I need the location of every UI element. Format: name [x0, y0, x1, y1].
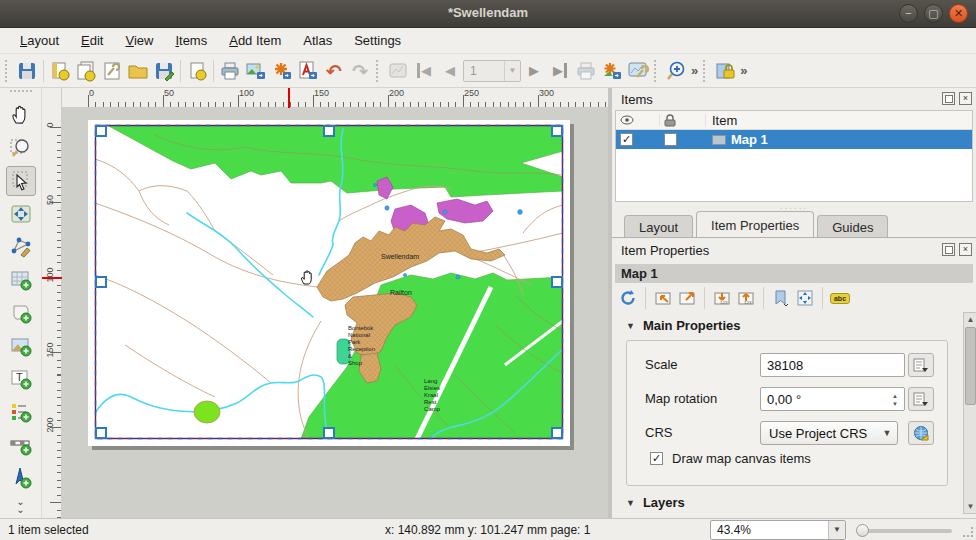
toolbar-grip[interactable] — [5, 60, 11, 82]
menu-atlas[interactable]: Atlas — [293, 30, 342, 51]
selection-handle-top-right[interactable] — [551, 125, 563, 137]
layers-header[interactable]: ▼ Layers — [626, 495, 685, 510]
set-map-extent-button[interactable] — [653, 288, 673, 308]
minimize-button[interactable]: − — [899, 4, 918, 23]
add-scalebar-button[interactable] — [6, 430, 36, 460]
scroll-up-icon[interactable]: ▲ — [964, 313, 976, 326]
atlas-next-button[interactable]: ▶ — [521, 58, 547, 84]
export-svg-button[interactable] — [269, 58, 295, 84]
new-layout-button[interactable] — [47, 58, 73, 84]
menu-edit[interactable]: Edit — [71, 30, 113, 51]
print-atlas-button[interactable] — [573, 58, 599, 84]
zoom-slider[interactable] — [858, 529, 952, 533]
move-content-tool-button[interactable] — [6, 199, 36, 229]
refresh-button[interactable] — [618, 288, 638, 308]
rotation-spinbox[interactable]: 0,00 ° ▲▼ — [760, 387, 905, 411]
add-3d-map-button[interactable] — [6, 298, 36, 328]
maximize-button[interactable]: ▢ — [924, 4, 943, 23]
menu-layout[interactable]: Layout — [10, 30, 69, 51]
rotation-data-defined-button[interactable] — [908, 387, 934, 411]
lock-toolbar-overflow[interactable]: » — [738, 63, 749, 78]
zoom-in-button[interactable] — [663, 58, 689, 84]
scrollbar-thumb[interactable] — [965, 327, 976, 405]
add-map-button[interactable] — [6, 265, 36, 295]
close-button[interactable]: ✕ — [949, 4, 968, 23]
resize-grip[interactable] — [963, 527, 973, 537]
print-button[interactable] — [217, 58, 243, 84]
open-layout-button[interactable] — [125, 58, 151, 84]
tab-item-properties[interactable]: Item Properties — [696, 211, 814, 237]
selection-handle-middle-right[interactable] — [551, 276, 563, 288]
atlas-first-button[interactable]: ◀ — [411, 58, 437, 84]
atlas-feature-combobox[interactable]: 1 ▼ — [463, 60, 521, 82]
zoom-level-combobox[interactable]: 43.4% ▼ — [710, 520, 846, 540]
save-button[interactable] — [14, 58, 40, 84]
interactive-move-button[interactable] — [795, 288, 815, 308]
add-label-button[interactable]: T — [6, 364, 36, 394]
items-table-row-map1[interactable]: ✓ Map 1 — [616, 130, 972, 149]
new-report-button[interactable] — [184, 58, 210, 84]
spin-arrows-icon[interactable]: ▲▼ — [888, 390, 902, 410]
map-item[interactable] — [95, 125, 563, 439]
atlas-preview-button[interactable] — [385, 58, 411, 84]
select-move-item-tool-button[interactable] — [6, 166, 36, 196]
menu-items[interactable]: Items — [165, 30, 217, 51]
layout-canvas[interactable]: 050100150200250300 — [62, 88, 608, 518]
draw-canvas-items-row[interactable]: ✓ Draw map canvas items — [650, 451, 811, 466]
lock-checkbox[interactable] — [664, 133, 677, 146]
zoom-toolbar-overflow[interactable]: » — [689, 63, 700, 78]
labeling-settings-button[interactable]: abc — [830, 288, 850, 308]
export-atlas-button[interactable] — [599, 58, 625, 84]
menu-view[interactable]: View — [115, 30, 163, 51]
draw-canvas-items-checkbox[interactable]: ✓ — [650, 452, 663, 465]
layout-manager-button[interactable] — [99, 58, 125, 84]
selection-handle-bottom-right[interactable] — [551, 427, 563, 439]
atlas-settings-button[interactable] — [625, 58, 651, 84]
atlas-last-button[interactable]: ▶ — [547, 58, 573, 84]
item-properties-close-button[interactable]: × — [959, 243, 972, 256]
toolbar-grip[interactable] — [654, 60, 660, 82]
crs-combobox[interactable]: Use Project CRS ▼ — [760, 421, 898, 445]
pan-tool-button[interactable] — [6, 100, 36, 130]
add-picture-button[interactable] — [6, 331, 36, 361]
atlas-prev-button[interactable]: ◀ — [437, 58, 463, 84]
lock-items-button[interactable] — [712, 58, 738, 84]
add-legend-button[interactable] — [6, 397, 36, 427]
selection-handle-bottom-left[interactable] — [95, 427, 107, 439]
bookmark-button[interactable] — [771, 288, 791, 308]
selection-handle-top-middle[interactable] — [323, 125, 335, 137]
scroll-down-icon[interactable]: ▼ — [964, 500, 976, 513]
set-canvas-to-scale-button[interactable]: 123 — [736, 288, 756, 308]
zoom-slider-handle[interactable] — [856, 524, 869, 537]
selection-handle-bottom-middle[interactable] — [323, 427, 335, 439]
layout-page[interactable]: Swellendam Railton BontebokNationalParkR… — [88, 120, 570, 446]
duplicate-layout-button[interactable] — [73, 58, 99, 84]
main-properties-header[interactable]: ▼ Main Properties — [626, 318, 740, 333]
export-image-button[interactable] — [243, 58, 269, 84]
properties-scrollbar[interactable]: ▲ ▼ — [963, 312, 976, 514]
toolbox-overflow-chevron[interactable]: ⌄⌄ — [16, 498, 24, 514]
toolbox-grip[interactable] — [10, 90, 32, 96]
items-panel-float-button[interactable] — [942, 92, 955, 105]
redo-button[interactable]: ↷ — [347, 58, 373, 84]
menu-settings[interactable]: Settings — [344, 30, 411, 51]
view-extent-button[interactable] — [677, 288, 697, 308]
chevron-down-icon[interactable]: ▼ — [504, 61, 520, 81]
toolbar-grip[interactable] — [376, 60, 382, 82]
chevron-down-icon[interactable]: ▼ — [828, 521, 845, 539]
toolbar-grip[interactable] — [703, 60, 709, 82]
tab-layout[interactable]: Layout — [624, 215, 693, 237]
items-panel-close-button[interactable]: × — [959, 92, 972, 105]
undo-button[interactable]: ↶ — [321, 58, 347, 84]
item-properties-float-button[interactable] — [942, 243, 955, 256]
tab-guides[interactable]: Guides — [817, 215, 888, 237]
scale-data-defined-button[interactable] — [908, 353, 934, 377]
add-north-arrow-button[interactable] — [6, 463, 36, 493]
scale-input[interactable]: 38108 — [760, 353, 905, 377]
set-scale-from-canvas-button[interactable]: 123 — [712, 288, 732, 308]
edit-nodes-tool-button[interactable] — [6, 232, 36, 262]
visibility-checkbox[interactable]: ✓ — [620, 133, 633, 146]
selection-handle-middle-left[interactable] — [95, 276, 107, 288]
selection-handle-top-left[interactable] — [95, 125, 107, 137]
crs-select-button[interactable] — [908, 421, 934, 445]
